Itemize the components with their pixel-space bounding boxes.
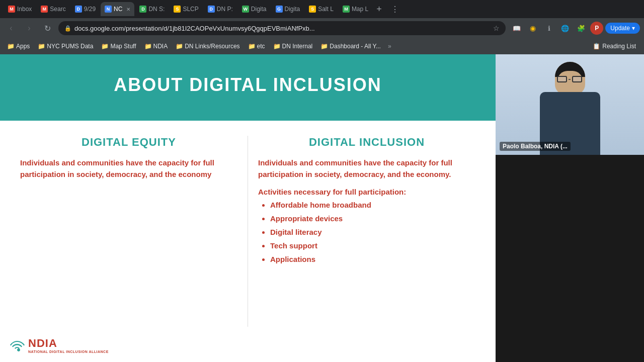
update-button[interactable]: Update ▾ <box>605 23 640 34</box>
reading-list-icon: 📋 <box>593 43 600 50</box>
tab-label-digital1: Digita <box>251 6 267 13</box>
reading-list-button[interactable]: 📋 Reading List <box>589 42 640 51</box>
ndia-full-name: NATIONAL DIGITAL INCLUSION ALLIANCE <box>28 350 109 353</box>
address-bar[interactable]: 🔒 docs.google.com/presentation/d/1jb81I2… <box>58 21 506 35</box>
bookmarks-more-button[interactable]: » <box>386 42 393 51</box>
bookmark-dn-links[interactable]: 📁 DN Links/Resources <box>173 42 243 51</box>
bookmarks-bar: 📁 Apps 📁 NYC PUMS Data 📁 Map Stuff 📁 NDI… <box>0 38 644 54</box>
tab-label-slcp: SLCP <box>183 6 198 13</box>
slide-title: ABOUT DIGITAL INCLUSION <box>114 74 382 96</box>
tab-gdoc1[interactable]: D 9/29 <box>71 2 100 16</box>
bookmark-ndia[interactable]: 📁 NDIA <box>141 42 171 51</box>
tab-dnp[interactable]: D DN P: <box>204 2 237 16</box>
toolbar-icons: 📖 ◉ ℹ 🌐 🧩 P Update ▾ <box>510 21 640 35</box>
tab-menu-button[interactable]: ⋮ <box>388 2 402 16</box>
translate-icon-btn[interactable]: 🌐 <box>558 21 572 35</box>
bookmark-dashboard-label: Dashboard - All Y... <box>330 43 381 50</box>
slide-header: ABOUT DIGITAL INCLUSION <box>0 54 496 121</box>
folder-icon-dn-links: 📁 <box>176 43 183 50</box>
video-panel: Paolo Balboa, NDIA (... <box>496 54 644 362</box>
digital-equity-heading: DIGITAL EQUITY <box>20 136 237 149</box>
bookmark-etc[interactable]: 📁 etc <box>245 42 268 51</box>
bookmark-dn-internal[interactable]: 📁 DN Internal <box>270 42 316 51</box>
tab-gmail2[interactable]: M Searc <box>37 2 69 16</box>
bookmark-apps[interactable]: 📁 Apps <box>4 42 33 51</box>
bookmark-ndia-label: NDIA <box>153 43 168 50</box>
tab-label-dnp: DN P: <box>217 6 233 13</box>
folder-icon-nyc: 📁 <box>38 43 45 50</box>
tab-label-dns: DN S: <box>148 6 165 13</box>
tab-favicon-digital2: G <box>276 6 283 13</box>
account-icon-btn[interactable]: ◉ <box>526 21 540 35</box>
bullet-literacy: Digital literacy <box>270 225 475 239</box>
glass-bridge <box>569 79 571 80</box>
tab-map[interactable]: M Map L <box>339 2 372 16</box>
tab-favicon-slcp: S <box>174 6 181 13</box>
tab-favicon-map: M <box>343 6 350 13</box>
glass-right <box>572 76 582 82</box>
main-area: ABOUT DIGITAL INCLUSION DIGITAL EQUITY I… <box>0 54 644 362</box>
slide-right-column: DIGITAL INCLUSION Individuals and commun… <box>248 131 486 332</box>
ndia-wifi-icon <box>8 336 26 354</box>
speaker-name-label: Paolo Balboa, NDIA (... <box>500 142 571 151</box>
folder-icon-ndia: 📁 <box>144 43 152 50</box>
bookmark-dashboard[interactable]: 📁 Dashboard - All Y... <box>317 42 384 51</box>
tab-label-gmail2: Searc <box>50 6 65 13</box>
tab-dns[interactable]: D DN S: <box>135 2 169 16</box>
address-text: docs.google.com/presentation/d/1jb81I2CA… <box>74 25 490 32</box>
slide-footer: NDIA NATIONAL DIGITAL INCLUSION ALLIANCE <box>8 336 109 354</box>
tab-favicon-digital1: W <box>242 6 249 13</box>
tab-label-salt: Salt L <box>318 6 334 13</box>
tab-favicon-gmail2: M <box>41 6 48 13</box>
browser-chrome: M Inbox M Searc D 9/29 N NC ✕ D DN S: S … <box>0 0 644 54</box>
new-tab-button[interactable]: + <box>373 4 385 15</box>
extension-icon-btn[interactable]: 🧩 <box>574 21 588 35</box>
ndia-letters: NDIA <box>28 337 109 350</box>
update-label: Update <box>610 25 630 32</box>
tab-gmail1[interactable]: M Inbox <box>4 2 36 16</box>
bookmark-nyc[interactable]: 📁 NYC PUMS Data <box>35 42 96 51</box>
bookmark-dn-links-label: DN Links/Resources <box>185 43 239 50</box>
tab-salt[interactable]: S Salt L <box>305 2 338 16</box>
bookmark-nyc-label: NYC PUMS Data <box>47 43 93 50</box>
tab-label-map: Map L <box>352 6 368 13</box>
glass-left <box>557 76 567 82</box>
toolbar: ‹ › ↻ 🔒 docs.google.com/presentation/d/1… <box>0 18 644 38</box>
bullet-broadband: Affordable home broadband <box>270 198 475 212</box>
bookmark-star-icon[interactable]: ☆ <box>493 24 500 32</box>
tab-favicon-dns: D <box>139 6 146 13</box>
back-button[interactable]: ‹ <box>4 21 18 35</box>
ndia-logo: NDIA NATIONAL DIGITAL INCLUSION ALLIANCE <box>8 336 109 354</box>
forward-button[interactable]: › <box>22 21 36 35</box>
readinglist-icon-btn[interactable]: 📖 <box>510 21 524 35</box>
tab-label-gmail1: Inbox <box>17 6 32 13</box>
tab-label-digital2: Digita <box>285 6 300 13</box>
ndia-text-block: NDIA NATIONAL DIGITAL INCLUSION ALLIANCE <box>28 337 109 353</box>
tab-nc[interactable]: N NC ✕ <box>101 2 134 16</box>
bookmark-map[interactable]: 📁 Map Stuff <box>98 42 139 51</box>
folder-icon-apps: 📁 <box>7 43 15 50</box>
digital-inclusion-heading: DIGITAL INCLUSION <box>258 136 475 149</box>
reload-button[interactable]: ↻ <box>40 21 54 35</box>
info-icon-btn[interactable]: ℹ <box>542 21 556 35</box>
folder-icon-map: 📁 <box>101 43 109 50</box>
bookmark-map-label: Map Stuff <box>110 43 136 50</box>
bullet-devices: Appropriate devices <box>270 212 475 225</box>
tab-label-gdoc1: 9/29 <box>84 6 96 13</box>
profile-button[interactable]: P <box>590 22 603 35</box>
tab-slcp[interactable]: S SLCP <box>170 2 202 16</box>
tab-digital1[interactable]: W Digita <box>238 2 271 16</box>
activities-list: Affordable home broadband Appropriate de… <box>258 198 475 266</box>
tab-digital2[interactable]: G Digita <box>272 2 304 16</box>
slide-container: ABOUT DIGITAL INCLUSION DIGITAL EQUITY I… <box>0 54 496 362</box>
video-feed: Paolo Balboa, NDIA (... <box>496 54 644 155</box>
tab-close-nc[interactable]: ✕ <box>126 7 130 12</box>
bullet-support: Tech support <box>270 239 475 252</box>
tab-favicon-dnp: D <box>208 6 215 13</box>
person-head <box>555 62 585 95</box>
tab-label-nc: NC <box>114 6 122 13</box>
lock-icon: 🔒 <box>64 25 71 32</box>
tab-favicon-salt: S <box>309 6 316 13</box>
tab-bar: M Inbox M Searc D 9/29 N NC ✕ D DN S: S … <box>0 0 644 18</box>
tab-favicon-gmail1: M <box>8 6 15 13</box>
